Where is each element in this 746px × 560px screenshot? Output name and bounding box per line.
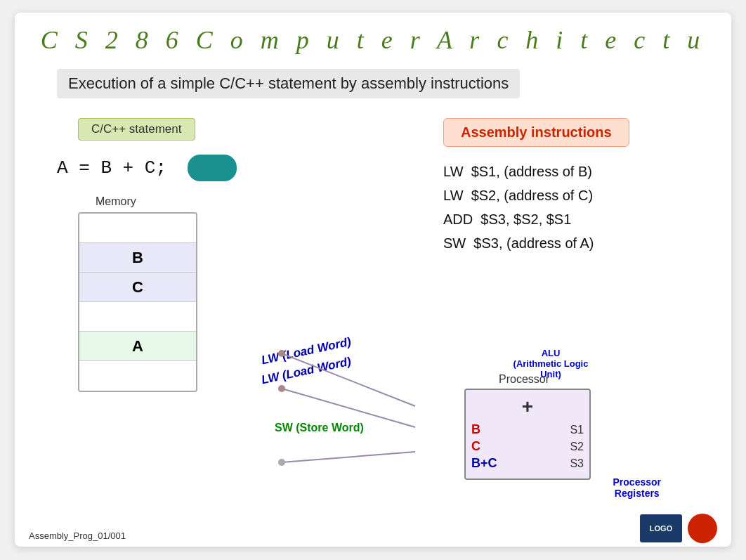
register-row-1: B S1 xyxy=(471,422,584,437)
asm-line-2: LW $S2, (address of C) xyxy=(443,183,710,207)
mem-cell-A: A xyxy=(79,332,196,361)
main-content: C/C++ statement A = B + C; Memory B C A … xyxy=(15,118,731,392)
logo-box: LOGO xyxy=(640,514,682,542)
lw-sw-labels: LW (Load Word) LW (Load Word) xyxy=(261,344,352,378)
slide: C S 2 8 6 C o m p u t e r A r c h i t e … xyxy=(15,13,731,547)
alu-text: ALU(Arithmetic LogicUnit) xyxy=(513,348,589,379)
statement-row: A = B + C; xyxy=(57,155,237,181)
mem-cell-empty1 xyxy=(79,214,196,243)
cpp-statement: A = B + C; xyxy=(57,157,166,178)
reg-name-S3: S3 xyxy=(570,457,584,470)
asm-label: Assembly instructions xyxy=(443,118,629,147)
reg-val-B: B xyxy=(471,422,480,437)
memory-section: Memory B C A xyxy=(57,195,197,392)
processor-area: Processor ALU(Arithmetic LogicUnit) + B … xyxy=(457,373,591,480)
plus-sign: + xyxy=(471,396,584,418)
reg-val-C: C xyxy=(471,439,480,454)
sw-label: SW (Store Word) xyxy=(275,422,364,434)
memory-label: Memory xyxy=(96,195,197,208)
mem-cell-empty3 xyxy=(79,361,196,391)
arrow-shape xyxy=(188,155,237,181)
mem-cell-C: C xyxy=(79,273,196,302)
processor-box: ALU(Arithmetic LogicUnit) + B S1 C S2 B+… xyxy=(464,389,591,480)
logo-area: LOGO xyxy=(640,514,717,543)
left-panel: C/C++ statement A = B + C; Memory B C A xyxy=(36,118,415,392)
cpp-label: C/C++ statement xyxy=(78,118,195,141)
svg-point-5 xyxy=(278,459,285,466)
title-bar: C S 2 8 6 C o m p u t e r A r c h i t e … xyxy=(15,13,731,62)
proc-registers-label: ProcessorRegisters xyxy=(613,476,661,499)
logo-text: LOGO xyxy=(650,524,672,533)
register-row-2: C S2 xyxy=(471,439,584,454)
register-row-3: B+C S3 xyxy=(471,456,584,471)
reg-name-S2: S2 xyxy=(570,441,584,453)
asm-line-1: LW $S1, (address of B) xyxy=(443,159,710,183)
reg-val-BplusC: B+C xyxy=(471,456,497,471)
asm-instructions: LW $S1, (address of B) LW $S2, (address … xyxy=(443,159,710,255)
memory-box: B C A xyxy=(78,212,197,392)
asm-line-3: ADD $S3, $S2, $S1 xyxy=(443,207,710,231)
reg-name-S1: S1 xyxy=(570,424,584,436)
bottom-label: Assembly_Prog_01/001 xyxy=(29,530,126,541)
subtitle: Execution of a simple C/C++ statement by… xyxy=(57,69,520,98)
mem-cell-empty2 xyxy=(79,302,196,332)
slide-title: C S 2 8 6 C o m p u t e r A r c h i t e … xyxy=(36,25,710,55)
logo-circle xyxy=(688,514,717,543)
mem-cell-B: B xyxy=(79,243,196,273)
svg-line-2 xyxy=(282,452,415,462)
asm-line-4: SW $S3, (address of A) xyxy=(443,231,710,255)
sw-label-area: SW (Store Word) xyxy=(275,422,364,434)
alu-label: ALU(Arithmetic LogicUnit) xyxy=(505,348,596,379)
